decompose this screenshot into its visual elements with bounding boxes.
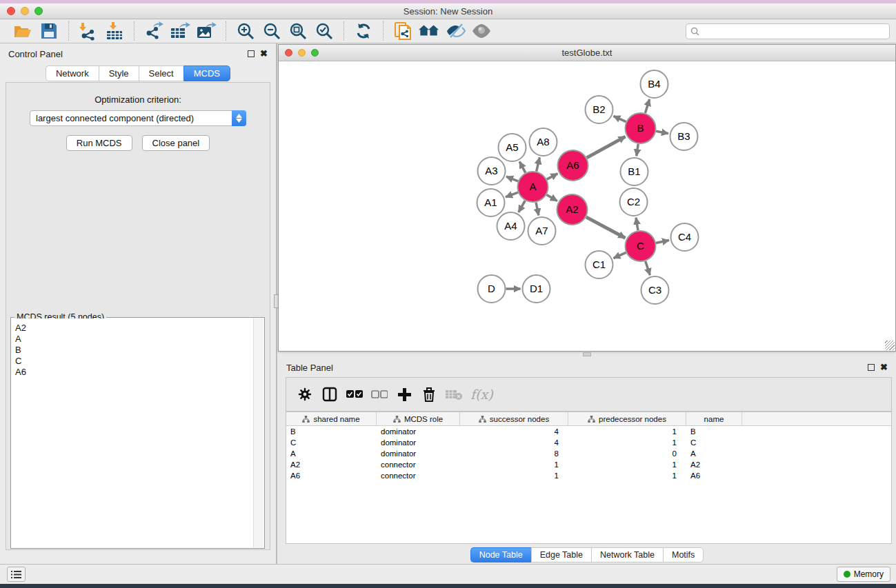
tab-node-table[interactable]: Node Table [470,547,531,562]
table-cell[interactable]: 8 [460,449,568,458]
column-header-predecessor-nodes[interactable]: predecessor nodes [568,412,686,425]
show-network-view-icon[interactable] [471,21,492,41]
table-settings-icon[interactable] [295,384,315,405]
tab-style[interactable]: Style [99,65,139,81]
graph-node-B[interactable]: B [626,113,656,143]
graph-edge-B-B3[interactable] [656,131,668,133]
mcds-result-item[interactable]: A6 [15,367,253,378]
close-panel-button[interactable]: Close panel [142,135,210,151]
graph-edge-A-A5[interactable] [519,161,526,172]
mcds-result-item[interactable]: B [15,345,253,356]
refresh-icon[interactable] [353,21,374,41]
graph-node-B4[interactable]: B4 [641,70,668,98]
table-row[interactable]: Bdominator41B [286,426,891,437]
window-resize-grip[interactable] [885,341,895,350]
graph-node-A1[interactable]: A1 [477,189,505,216]
graph-node-C[interactable]: C [626,231,656,261]
graph-edge-B-B2[interactable] [613,116,626,121]
mcds-result-list[interactable]: A2ABCA6 [12,318,253,547]
table-cell[interactable]: A2 [686,460,742,469]
table-cell[interactable]: A2 [286,460,377,469]
table-cell[interactable]: dominator [377,427,460,436]
save-session-icon[interactable] [39,21,59,41]
graph-node-D1[interactable]: D1 [523,275,550,303]
graph-node-C1[interactable]: C1 [586,251,613,278]
graph-node-D[interactable]: D [478,275,506,303]
function-builder-icon[interactable]: f(x) [470,387,493,402]
graph-edge-A-A4[interactable] [519,201,525,212]
network-graph[interactable]: B4B2BB3A8A5A6A3B1AA1C2A2A4A7C4CC1C3DD1 [279,61,895,351]
table-cell[interactable]: C [286,438,377,447]
graph-node-A7[interactable]: A7 [528,217,556,245]
zoom-out-icon[interactable] [261,21,282,41]
table-cell[interactable]: A [286,449,377,458]
graph-edge-C-C2[interactable] [636,218,638,231]
node-table[interactable]: shared name MCDS role successor nodes pr… [286,412,892,544]
export-table-icon[interactable] [170,21,190,41]
table-cell[interactable]: 1 [460,472,568,480]
delete-column-icon[interactable] [419,384,439,405]
graph-edge-A-A8[interactable] [537,157,540,171]
close-table-panel-icon[interactable]: ✖ [880,364,888,371]
search-input[interactable] [703,26,885,36]
graph-edge-B-B1[interactable] [637,144,638,156]
graph-node-A2[interactable]: A2 [557,194,588,225]
graph-edge-C-C1[interactable] [613,252,626,258]
graph-node-B2[interactable]: B2 [586,96,613,123]
zoom-fit-icon[interactable] [288,21,308,41]
graph-node-A4[interactable]: A4 [497,212,525,240]
mcds-result-item[interactable]: A2 [15,323,253,334]
graph-node-A8[interactable]: A8 [530,128,557,156]
delete-table-icon[interactable] [444,384,464,405]
mcds-result-item[interactable]: C [15,356,253,367]
graph-edge-C-C4[interactable] [656,241,669,243]
import-network-icon[interactable] [78,21,99,41]
graph-edge-A-A3[interactable] [506,176,518,181]
graph-edge-A-A7[interactable] [536,203,539,216]
float-panel-icon[interactable] [248,50,255,57]
graph-edge-A-A6[interactable] [547,174,558,179]
table-cell[interactable]: 1 [568,427,686,436]
graph-node-A3[interactable]: A3 [478,157,506,185]
zoom-selected-icon[interactable] [314,21,335,41]
table-cell[interactable]: 1 [568,472,686,480]
table-row[interactable]: A6connector11A6 [286,470,891,481]
graph-edge-A6-B[interactable] [587,136,626,158]
tab-edge-table[interactable]: Edge Table [531,547,591,562]
graph-node-A[interactable]: A [518,172,548,202]
column-header-mcds-role[interactable]: MCDS role [377,412,460,425]
run-mcds-button[interactable]: Run MCDS [66,135,132,151]
table-cell[interactable]: connector [377,472,460,480]
table-row[interactable]: A2connector11A2 [286,459,891,470]
export-image-icon[interactable] [196,21,217,41]
table-body[interactable]: Bdominator41BCdominator41CAdominator80AA… [286,426,891,481]
column-header-name[interactable]: name [686,412,742,425]
table-cell[interactable]: connector [377,460,460,469]
tab-select[interactable]: Select [139,65,183,81]
tab-mcds[interactable]: MCDS [183,65,230,81]
create-column-icon[interactable] [394,384,415,405]
table-cell[interactable]: dominator [377,449,460,458]
table-cell[interactable]: 0 [568,449,686,458]
create-network-view-icon[interactable] [419,21,439,41]
result-scrollbar[interactable] [253,318,263,547]
table-cell[interactable]: dominator [377,438,460,447]
graph-edge-C-C3[interactable] [646,261,650,275]
table-row[interactable]: Cdominator41C [286,437,891,448]
graph-edge-B-B4[interactable] [645,99,649,113]
graph-node-A5[interactable]: A5 [499,134,526,161]
network-canvas[interactable]: B4B2BB3A8A5A6A3B1AA1C2A2A4A7C4CC1C3DD1 [279,61,895,351]
table-cell[interactable]: A6 [286,472,377,480]
table-cell[interactable]: 4 [460,438,568,447]
table-cell[interactable]: 4 [460,427,568,436]
network-window-titlebar[interactable]: testGlobe.txt [279,45,895,61]
table-cell[interactable]: B [286,427,377,436]
export-network-icon[interactable] [143,21,164,41]
graph-node-C4[interactable]: C4 [671,223,699,251]
table-cell[interactable]: A [686,449,742,458]
select-all-columns-icon[interactable] [344,384,365,405]
graph-edge-A2-C[interactable] [586,217,626,238]
optimization-criterion-select[interactable]: largest connected component (directed) [30,110,246,126]
graph-node-A6[interactable]: A6 [558,150,588,181]
memory-button[interactable]: Memory [837,567,890,582]
